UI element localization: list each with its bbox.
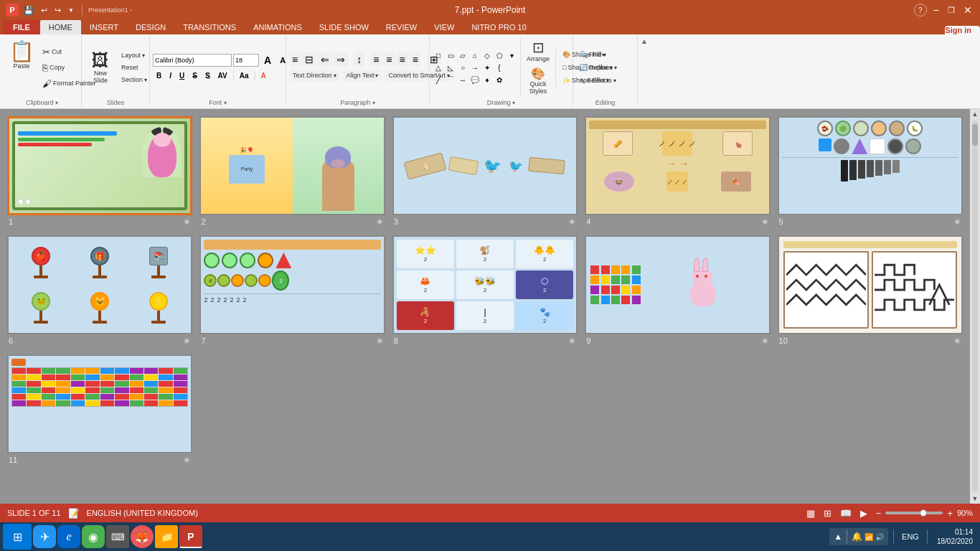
shape-line[interactable]: ╱ xyxy=(433,74,444,85)
shape-callout[interactable]: 💬 xyxy=(469,74,481,85)
taskbar-firefox[interactable]: 🦊 xyxy=(131,525,154,548)
text-direction-button[interactable]: Text Direction ▾ xyxy=(289,70,340,81)
bullets-button[interactable]: ≡ xyxy=(289,52,301,67)
slide-8[interactable]: ⭐⭐ 2 🐒 2 🐥🐥 2 🦀 2 xyxy=(392,235,578,346)
scroll-down-arrow[interactable]: ▼ xyxy=(970,494,980,504)
taskbar-green[interactable]: ◉ xyxy=(82,525,105,548)
slide-6[interactable]: 🍎 🎁 📚 xyxy=(7,235,192,346)
shape-brace[interactable]: { xyxy=(494,62,505,73)
new-slide-button[interactable]: 🖼 New Slide xyxy=(85,38,116,97)
underline-button[interactable]: U xyxy=(176,70,188,81)
shape-trapezoid[interactable]: ⌂ xyxy=(469,50,481,61)
reading-view-button[interactable]: 📖 xyxy=(839,508,853,519)
shape-curve[interactable]: ⌒ xyxy=(445,74,456,85)
start-button[interactable]: ⊞ xyxy=(3,524,32,550)
shape-triangle[interactable]: △ xyxy=(433,62,444,73)
slide-4[interactable]: 🥜 ⟋⟋⟋⟋ 🍗 → → 🍲 ⟋⟋⟋ 🍖 4 xyxy=(585,116,770,227)
shape-pentagon[interactable]: ⬠ xyxy=(494,50,505,61)
vertical-scrollbar[interactable]: ▲ ▼ xyxy=(970,109,980,504)
collapse-ribbon-button[interactable]: ▲ xyxy=(641,37,648,45)
align-text-button[interactable]: Align Text ▾ xyxy=(343,70,382,81)
replace-button[interactable]: 🔄 Replace ▾ xyxy=(576,62,634,73)
numbering-button[interactable]: ⊟ xyxy=(302,52,316,67)
shape-arrow[interactable]: → xyxy=(469,62,481,73)
text-shadow-button[interactable]: S xyxy=(202,70,214,81)
shape-custom2[interactable]: ✿ xyxy=(494,74,505,85)
slide-3[interactable]: 📜 🐦 🐦 3 ★ xyxy=(392,116,578,227)
tab-file[interactable]: FILE xyxy=(3,20,40,34)
tab-transitions[interactable]: TRANSITIONS xyxy=(174,20,245,34)
quick-styles-button[interactable]: 🎨 Quick Styles xyxy=(524,66,552,97)
slide-panel[interactable]: 1 ★ 🎉🎈 Party xyxy=(0,109,970,504)
slide-2[interactable]: 🎉🎈 Party xyxy=(199,116,385,227)
shape-star[interactable]: ✦ xyxy=(481,62,493,73)
shape-connector[interactable]: ↔ xyxy=(457,74,468,85)
tab-animations[interactable]: ANIMATIONS xyxy=(245,20,311,34)
paste-button[interactable]: 📋 Paste xyxy=(6,38,37,97)
tab-design[interactable]: DESIGN xyxy=(127,20,174,34)
italic-button[interactable]: I xyxy=(166,70,175,81)
slide-5[interactable]: 🫘 🟢 🐛 xyxy=(778,116,963,227)
tray-volume-icon[interactable]: 🔊 xyxy=(875,533,884,541)
notes-button[interactable]: 📝 xyxy=(67,508,81,519)
shape-parallelogram[interactable]: ▱ xyxy=(457,50,468,61)
strikethrough-button[interactable]: S xyxy=(189,70,201,81)
font-size-input[interactable] xyxy=(233,54,259,67)
tab-slideshow[interactable]: SLIDE SHOW xyxy=(311,20,377,34)
shape-custom1[interactable]: ♦ xyxy=(481,74,493,85)
select-button[interactable]: ↖ Select ▾ xyxy=(576,75,634,86)
slide-10[interactable]: 10 ★ xyxy=(778,235,963,346)
char-spacing-button[interactable]: AV xyxy=(215,70,231,81)
save-button[interactable]: 💾 xyxy=(22,5,36,16)
tray-notification-icon[interactable]: 🔔 xyxy=(852,532,862,542)
bold-button[interactable]: B xyxy=(153,70,165,81)
slide-9[interactable]: 9 ★ xyxy=(585,235,770,346)
tab-home[interactable]: HOME xyxy=(40,20,81,34)
justify-button[interactable]: ≡ xyxy=(410,52,421,67)
scroll-up-arrow[interactable]: ▲ xyxy=(970,109,980,119)
center-button[interactable]: ≡ xyxy=(383,52,395,67)
line-spacing-button[interactable]: ↕ xyxy=(354,52,364,67)
layout-button[interactable]: Layout ▾ xyxy=(118,50,151,61)
slide-11[interactable]: 11 ★ xyxy=(7,354,192,465)
slide-7[interactable]: // 2 2 2 2 2 2 xyxy=(199,235,385,346)
align-left-button[interactable]: ≡ xyxy=(370,52,382,67)
tab-nitro[interactable]: NITRO PRO 10 xyxy=(463,20,534,34)
close-button[interactable]: ✕ xyxy=(961,4,974,17)
zoom-out-button[interactable]: − xyxy=(875,508,883,519)
section-button[interactable]: Section ▾ xyxy=(118,74,151,85)
slideshow-view-button[interactable]: ▶ xyxy=(859,508,869,519)
scroll-thumb[interactable] xyxy=(972,124,978,146)
align-right-button[interactable]: ≡ xyxy=(397,52,408,67)
zoom-slider[interactable] xyxy=(885,512,943,514)
font-name-input[interactable] xyxy=(153,54,232,67)
reset-button[interactable]: Reset xyxy=(118,62,151,73)
signin-link[interactable]: Sign in xyxy=(945,26,971,34)
help-button[interactable]: ? xyxy=(914,4,927,17)
shape-rect[interactable]: □ xyxy=(433,50,444,61)
taskbar-explorer[interactable]: 📁 xyxy=(155,525,178,548)
zoom-slider-thumb[interactable] xyxy=(920,509,927,517)
taskbar-powerpoint[interactable]: P xyxy=(179,525,202,548)
slide-1[interactable]: 1 ★ xyxy=(7,116,192,227)
redo-button[interactable]: ↪ xyxy=(52,5,63,16)
tray-up-icon[interactable]: ▲ xyxy=(834,532,842,542)
taskbar-keyboard[interactable]: ⌨ xyxy=(106,525,129,548)
font-color-button[interactable]: A xyxy=(258,70,270,81)
find-button[interactable]: 🔍 Find ▾ xyxy=(576,49,634,60)
shape-oval[interactable]: ○ xyxy=(457,62,468,73)
change-case-button[interactable]: Aa xyxy=(236,70,253,81)
shape-rounded-rect[interactable]: ▭ xyxy=(445,50,456,61)
shape-more[interactable]: ▾ xyxy=(506,50,517,61)
taskbar-telegram[interactable]: ✈ xyxy=(33,525,56,548)
normal-view-button[interactable]: ▦ xyxy=(805,508,816,519)
tray-network-icon[interactable]: 📶 xyxy=(864,533,873,541)
tab-view[interactable]: VIEW xyxy=(425,20,463,34)
scroll-track[interactable] xyxy=(972,121,978,492)
increase-indent-button[interactable]: ⇒ xyxy=(334,52,348,67)
minimize-button[interactable]: − xyxy=(931,4,941,17)
zoom-in-button[interactable]: + xyxy=(946,508,954,519)
slide-sorter-button[interactable]: ⊞ xyxy=(822,508,833,519)
restore-button[interactable]: ❐ xyxy=(946,5,957,16)
tab-insert[interactable]: INSERT xyxy=(81,20,127,34)
